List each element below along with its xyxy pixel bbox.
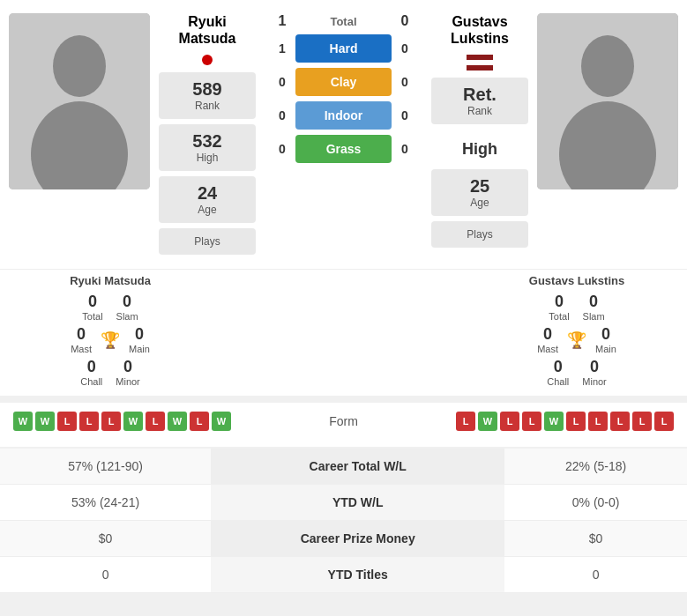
right-player-info: GustavsLukstins Ret. Rank High 25 Age Pl… xyxy=(427,13,533,253)
left-player-info: RyukiMatsuda 589 Rank 532 High 24 Age Pl… xyxy=(154,13,260,260)
form-badge: W xyxy=(123,412,143,431)
left-high-label: High xyxy=(163,152,251,164)
form-row: WWLLLWLWLW Form LWLLWLLLLL xyxy=(13,412,674,431)
form-badge: W xyxy=(168,412,187,431)
left-trophy-icon: 🏆 xyxy=(101,330,120,350)
indoor-row: 0 Indoor 0 xyxy=(269,101,418,130)
left-rank-value: 589 xyxy=(163,79,251,100)
left-minor-val: 0 xyxy=(123,358,132,376)
stat-label-3: YTD Titles xyxy=(211,557,504,593)
left-total-lbl: Total xyxy=(82,311,102,322)
form-badge: W xyxy=(478,412,497,431)
stats-row: 0 YTD Titles 0 xyxy=(0,557,687,593)
stat-right-2: $0 xyxy=(504,521,687,557)
right-age-label: Age xyxy=(436,197,524,209)
left-total-val: 0 xyxy=(88,293,97,311)
right-slam-stat: 0 Slam xyxy=(583,293,605,322)
left-plays-label: Plays xyxy=(163,235,251,248)
form-badge: L xyxy=(588,412,608,431)
stat-right-1: 0% (0-0) xyxy=(504,485,687,521)
right-stats-row2: 0 Mast 🏆 0 Main xyxy=(480,325,674,354)
hard-button[interactable]: Hard xyxy=(295,34,392,63)
stats-row: 57% (121-90) Career Total W/L 22% (5-18) xyxy=(0,449,687,485)
player-labels-row: Ryuki Matsuda 0 Total 0 Slam 0 Mast 🏆 xyxy=(0,269,687,396)
right-slam-lbl: Slam xyxy=(583,311,605,322)
left-mast-lbl: Mast xyxy=(71,344,92,354)
right-stats-row3: 0 Chall 0 Minor xyxy=(480,358,674,387)
right-plays-box: Plays xyxy=(431,221,528,248)
left-main-stat: 0 Main xyxy=(129,325,150,354)
total-row: 1 Total 0 xyxy=(269,13,418,29)
right-player-name: GustavsLukstins xyxy=(451,13,509,47)
right-chall-stat: 0 Chall xyxy=(547,358,569,387)
left-chall-stat: 0 Chall xyxy=(80,358,102,387)
right-player-label: Gustavs Lukstins xyxy=(480,274,674,287)
left-main-val: 0 xyxy=(135,325,144,344)
right-mast-stat: 0 Mast xyxy=(537,325,558,354)
stats-table: 57% (121-90) Career Total W/L 22% (5-18)… xyxy=(0,449,687,593)
left-stats-row1: 0 Total 0 Slam xyxy=(13,293,207,322)
grass-button[interactable]: Grass xyxy=(295,135,392,163)
clay-button[interactable]: Clay xyxy=(295,68,392,96)
right-plays-label: Plays xyxy=(436,228,524,241)
stats-table-container: 57% (121-90) Career Total W/L 22% (5-18)… xyxy=(0,449,687,593)
total-label: Total xyxy=(295,15,392,28)
clay-right: 0 xyxy=(392,75,418,89)
left-chall-lbl: Chall xyxy=(80,376,102,387)
stat-label-2: Career Prize Money xyxy=(211,521,504,557)
left-player-photo xyxy=(9,13,150,189)
left-slam-stat: 0 Slam xyxy=(116,293,138,322)
left-player-label: Ryuki Matsuda xyxy=(13,274,207,287)
main-container: RyukiMatsuda 589 Rank 532 High 24 Age Pl… xyxy=(0,0,687,593)
left-high-box: 532 High xyxy=(159,124,256,171)
right-minor-stat: 0 Minor xyxy=(582,358,607,387)
form-badge: L xyxy=(456,412,475,431)
right-mast-val: 0 xyxy=(543,325,552,344)
form-badge: L xyxy=(610,412,630,431)
right-chall-val: 0 xyxy=(554,358,563,376)
right-age-box: 25 Age xyxy=(431,169,528,216)
form-badge: L xyxy=(500,412,519,431)
hard-right: 0 xyxy=(392,41,418,56)
left-age-label: Age xyxy=(163,204,251,216)
right-player-photo xyxy=(537,13,678,189)
indoor-button[interactable]: Indoor xyxy=(295,101,392,130)
stat-left-0: 57% (121-90) xyxy=(0,449,211,485)
comparison-section: RyukiMatsuda 589 Rank 532 High 24 Age Pl… xyxy=(0,0,687,269)
right-total-stat: 0 Total xyxy=(549,293,569,322)
form-label: Form xyxy=(291,414,397,428)
clay-left: 0 xyxy=(269,75,295,89)
stats-row: $0 Career Prize Money $0 xyxy=(0,521,687,557)
stat-label-1: YTD W/L xyxy=(211,485,504,521)
right-high-value: High xyxy=(431,137,528,162)
left-minor-lbl: Minor xyxy=(116,376,140,387)
right-player-flag xyxy=(467,55,493,71)
hard-row: 1 Hard 0 xyxy=(269,34,418,63)
form-badge: L xyxy=(522,412,541,431)
left-high-value: 532 xyxy=(163,131,251,152)
stat-right-3: 0 xyxy=(504,557,687,593)
indoor-left: 0 xyxy=(269,108,295,122)
grass-left: 0 xyxy=(269,142,295,156)
right-total-lbl: Total xyxy=(549,311,569,322)
form-badge: L xyxy=(146,412,165,431)
left-rank-label: Rank xyxy=(163,100,251,112)
left-form-badges: WWLLLWLWLW xyxy=(13,412,291,431)
right-slam-val: 0 xyxy=(589,293,598,311)
right-age-value: 25 xyxy=(436,176,524,197)
left-age-value: 24 xyxy=(163,183,251,204)
left-total-stat: 0 Total xyxy=(82,293,102,322)
form-badge: W xyxy=(212,412,231,431)
left-mast-stat: 0 Mast xyxy=(71,325,92,354)
left-age-box: 24 Age xyxy=(159,176,256,223)
stats-row: 53% (24-21) YTD W/L 0% (0-0) xyxy=(0,485,687,521)
clay-row: 0 Clay 0 xyxy=(269,68,418,96)
left-plays-box: Plays xyxy=(159,228,256,255)
left-stats-row2: 0 Mast 🏆 0 Main xyxy=(13,325,207,354)
stat-left-3: 0 xyxy=(0,557,211,593)
left-chall-val: 0 xyxy=(87,358,96,376)
form-badge: L xyxy=(57,412,77,431)
right-main-val: 0 xyxy=(601,325,610,344)
svg-point-1 xyxy=(53,35,106,97)
right-minor-lbl: Minor xyxy=(582,376,607,387)
